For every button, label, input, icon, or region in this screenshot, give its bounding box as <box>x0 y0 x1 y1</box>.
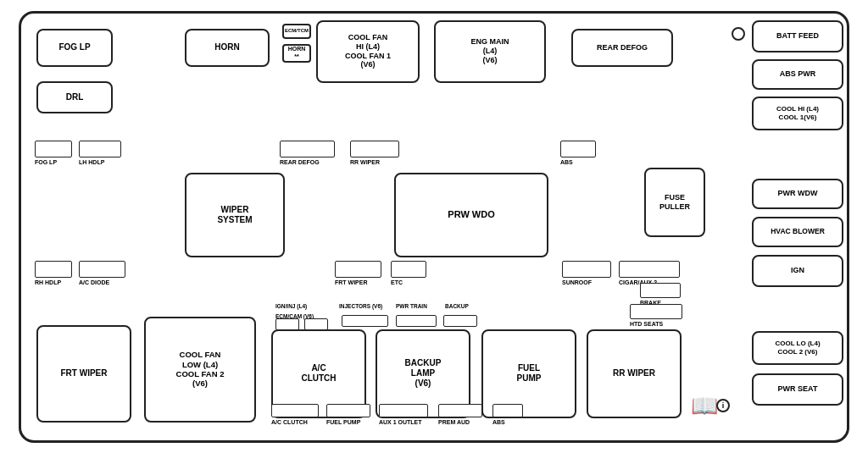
abs-bottom-label: ABS <box>492 419 505 425</box>
prem-aud-fuse <box>438 404 482 417</box>
lh-hdlp-label: LH HDLP <box>79 159 104 165</box>
prem-aud-label: PREM AUD <box>438 419 470 425</box>
aux1-outlet-fuse <box>379 404 428 417</box>
frt-wiper-small-label: FRT WIPER <box>335 279 368 285</box>
abs-small-top-label: ABS <box>560 159 573 165</box>
fog-lp-small-label: FOG LP <box>35 159 57 165</box>
drl-fuse: DRL <box>36 81 113 113</box>
hvac-blower-fuse: HVAC BLOWER <box>752 217 843 247</box>
sunroof-fuse <box>562 261 611 278</box>
abs-bottom-fuse <box>492 404 523 417</box>
pwr-train-label: PWR TRAIN <box>396 303 427 309</box>
fuse-diagram: FOG LP DRL HORN ECM/TCM HORN** COOL FANH… <box>19 11 849 443</box>
injectors-fuse <box>342 315 388 327</box>
ac-diode-fuse <box>79 261 125 278</box>
horn-small-fuse: HORN** <box>282 44 311 63</box>
injectors-label: INJECTORS (V6) <box>339 303 382 309</box>
cool-lo-l4-fuse: COOL LO (L4)COOL 2 (V6) <box>752 331 843 365</box>
ign-inj-fuse1 <box>275 318 299 330</box>
fog-lp-fuse: FOG LP <box>36 29 113 67</box>
fog-lp-small-fuse <box>35 141 72 157</box>
brake-fuse <box>640 283 681 298</box>
cigar-aux2-fuse <box>619 261 680 278</box>
rear-defog-small-fuse <box>280 141 335 157</box>
etc-fuse <box>391 261 426 278</box>
htd-seats-fuse <box>630 304 682 319</box>
lh-hdlp-fuse <box>79 141 121 157</box>
rr-wiper-small-top-fuse <box>350 141 399 157</box>
fuse-puller-box: FUSEPULLER <box>644 168 705 237</box>
backup-label: BACKUP <box>445 303 469 309</box>
info-circle-icon: i <box>716 399 730 412</box>
rr-wiper-small-top-label: RR WIPER <box>350 159 380 165</box>
ign-fuse: IGN <box>752 255 843 287</box>
rh-hdlp-label: RH HDLP <box>35 279 61 285</box>
circle-indicator <box>732 27 745 41</box>
ac-clutch-bottom-fuse <box>271 404 319 417</box>
frt-wiper-large-fuse: FRT WIPER <box>36 325 131 423</box>
info-icon: 📖 <box>691 395 718 417</box>
fuel-pump-bottom-label: FUEL PUMP <box>326 419 360 425</box>
rear-defog-fuse: REAR DEFOG <box>571 29 673 67</box>
eng-main-fuse: ENG MAIN(L4)(V6) <box>434 20 546 83</box>
wiper-system-fuse: WIPERSYSTEM <box>185 173 285 257</box>
cool-hi-l4-fuse: COOL HI (L4)COOL 1(V6) <box>752 97 843 130</box>
frt-wiper-small-fuse <box>335 261 381 278</box>
backup-fuse <box>443 315 477 327</box>
pwr-seat-fuse: PWR SEAT <box>752 373 843 406</box>
rear-defog-small-label: REAR DEFOG <box>280 159 320 165</box>
sunroof-label: SUNROOF <box>562 279 592 285</box>
ecm-tcm-fuse: ECM/TCM <box>282 24 311 39</box>
ign-inj-fuse2 <box>304 318 328 330</box>
horn-fuse: HORN <box>185 29 270 67</box>
ac-clutch-bottom-label: A/C CLUTCH <box>271 419 308 425</box>
abs-small-top-fuse <box>560 141 596 157</box>
cool-fan-hi-fuse: COOL FANHI (L4)COOL FAN 1(V6) <box>316 20 420 83</box>
fuel-pump-bottom-fuse <box>326 404 370 417</box>
batt-feed-fuse: BATT FEED <box>752 20 843 52</box>
cool-fan-low-fuse: COOL FANLOW (L4)COOL FAN 2(V6) <box>144 317 256 423</box>
ac-diode-label: A/C DIODE <box>79 279 109 285</box>
aux1-outlet-label: AUX 1 OUTLET <box>379 419 422 425</box>
prw-wdo-fuse: PRW WDO <box>394 173 548 257</box>
rr-wiper-large-fuse: RR WIPER <box>587 329 682 418</box>
rh-hdlp-fuse <box>35 261 72 278</box>
pwr-wdw-fuse: PWR WDW <box>752 179 843 209</box>
ign-inj-label: IGN/INJ (L4) <box>275 303 307 309</box>
abs-pwr-fuse: ABS PWR <box>752 59 843 90</box>
etc-label: ETC <box>391 279 403 285</box>
htd-seats-label: HTD SEATS <box>630 321 663 327</box>
pwr-train-fuse <box>396 315 437 327</box>
